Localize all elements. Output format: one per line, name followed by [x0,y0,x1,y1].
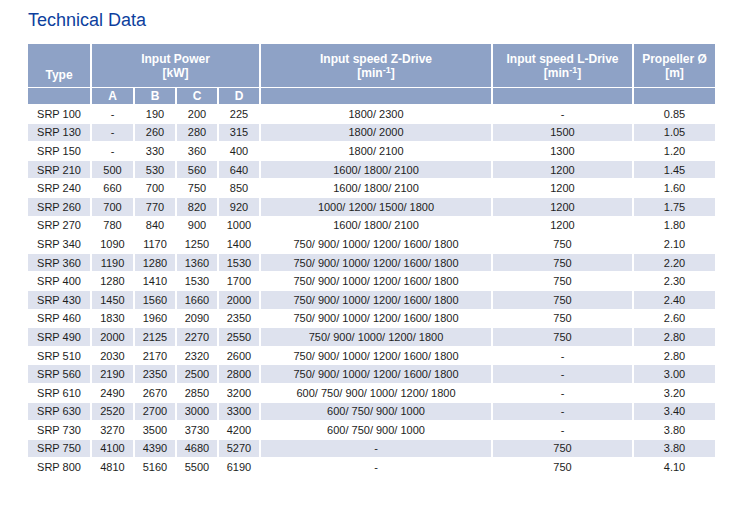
header-input-power-unit: [kW] [92,66,259,80]
cell-type: SRP 510 [28,347,90,365]
cell-prop: 2.30 [634,272,715,290]
cell-c: 2500 [177,365,217,383]
cell-l: - [493,403,632,421]
l-drive-unit-prefix: [min [544,66,569,80]
cell-prop: 3.80 [634,421,715,439]
cell-d: 640 [219,161,259,179]
cell-a: 700 [92,198,133,216]
cell-z: 600/ 750/ 900/ 1000/ 1200/ 1800 [261,384,491,402]
subheader-col-c: C [177,88,217,104]
cell-d: 6190 [219,458,259,476]
cell-type: SRP 270 [28,217,90,235]
header-l-drive: Input speed L-Drive [min-1] [493,44,632,87]
cell-a: 1280 [92,272,133,290]
cell-c: 4680 [177,440,217,458]
cell-a: 2000 [92,328,133,346]
cell-l: 750 [493,272,632,290]
cell-prop: 2.60 [634,310,715,328]
z-drive-unit-suffix: ] [391,66,395,80]
header-input-power: Input Power [kW] [92,44,259,87]
cell-a: 660 [92,179,133,197]
table-row: SRP 3401090117012501400750/ 900/ 1000/ 1… [28,235,715,253]
cell-prop: 2.80 [634,347,715,365]
cell-l: 1200 [493,198,632,216]
cell-l: - [493,365,632,383]
table-row: SRP 4301450156016602000750/ 900/ 1000/ 1… [28,291,715,309]
cell-b: 2670 [135,384,175,402]
cell-z: 750/ 900/ 1000/ 1200/ 1600/ 1800 [261,347,491,365]
cell-l: 750 [493,310,632,328]
cell-c: 1660 [177,291,217,309]
l-drive-unit-suffix: ] [577,66,581,80]
cell-z: 600/ 750/ 900/ 1000 [261,403,491,421]
cell-a: 4100 [92,440,133,458]
cell-prop: 3.80 [634,440,715,458]
table-row: SRP 4001280141015301700750/ 900/ 1000/ 1… [28,272,715,290]
cell-prop: 3.40 [634,403,715,421]
cell-prop: 2.20 [634,254,715,272]
cell-l: 750 [493,291,632,309]
cell-type: SRP 360 [28,254,90,272]
cell-type: SRP 260 [28,198,90,216]
cell-a: 2190 [92,365,133,383]
header-main-row: Type Input Power [kW] Input speed Z-Driv… [28,44,715,87]
cell-d: 315 [219,124,259,142]
cell-c: 280 [177,124,217,142]
cell-type: SRP 490 [28,328,90,346]
cell-b: 770 [135,198,175,216]
cell-b: 5160 [135,458,175,476]
cell-z: 1600/ 1800/ 2100 [261,179,491,197]
cell-type: SRP 100 [28,105,90,123]
subheader-propeller-spacer [634,88,715,104]
header-z-drive-unit: [min-1] [261,66,491,80]
cell-prop: 1.20 [634,142,715,160]
cell-d: 850 [219,179,259,197]
cell-c: 900 [177,217,217,235]
header-propeller-label: Propeller Ø [634,52,715,66]
cell-prop: 2.10 [634,235,715,253]
cell-b: 840 [135,217,175,235]
cell-d: 1400 [219,235,259,253]
cell-prop: 3.20 [634,384,715,402]
cell-b: 260 [135,124,175,142]
table-row: SRP 2607007708209201000/ 1200/ 1500/ 180… [28,198,715,216]
table-row: SRP 6102490267028503200600/ 750/ 900/ 10… [28,384,715,402]
table-row: SRP 5602190235025002800750/ 900/ 1000/ 1… [28,365,715,383]
cell-d: 1000 [219,217,259,235]
cell-prop: 2.40 [634,291,715,309]
cell-c: 2320 [177,347,217,365]
subheader-col-d: D [219,88,259,104]
cell-prop: 4.10 [634,458,715,476]
cell-z: 750/ 900/ 1000/ 1200/ 1600/ 1800 [261,291,491,309]
cell-z: 1000/ 1200/ 1500/ 1800 [261,198,491,216]
cell-type: SRP 430 [28,291,90,309]
cell-a: 2030 [92,347,133,365]
cell-b: 2125 [135,328,175,346]
cell-c: 3000 [177,403,217,421]
cell-a: 3270 [92,421,133,439]
cell-a: 1450 [92,291,133,309]
cell-l: - [493,347,632,365]
cell-b: 4390 [135,440,175,458]
cell-a: 500 [92,161,133,179]
cell-a: - [92,105,133,123]
cell-prop: 3.00 [634,365,715,383]
cell-d: 2350 [219,310,259,328]
header-type: Type [28,44,90,87]
cell-type: SRP 150 [28,142,90,160]
cell-b: 1960 [135,310,175,328]
cell-z: 750/ 900/ 1000/ 1200/ 1600/ 1800 [261,365,491,383]
table-row: SRP 5102030217023202600750/ 900/ 1000/ 1… [28,347,715,365]
cell-l: 750 [493,328,632,346]
cell-type: SRP 630 [28,403,90,421]
cell-b: 190 [135,105,175,123]
cell-d: 4200 [219,421,259,439]
cell-l: - [493,105,632,123]
table-row: SRP 27078084090010001600/ 1800/ 21001200… [28,217,715,235]
cell-prop: 1.05 [634,124,715,142]
cell-l: 750 [493,458,632,476]
cell-c: 750 [177,179,217,197]
cell-a: 2490 [92,384,133,402]
cell-d: 2600 [219,347,259,365]
cell-prop: 2.80 [634,328,715,346]
